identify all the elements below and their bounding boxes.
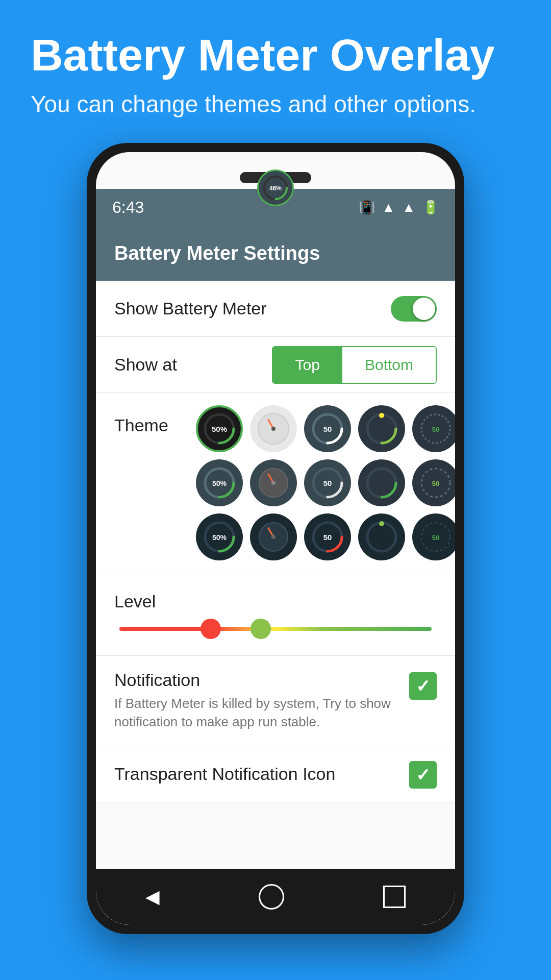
notification-section: Notification If Battery Meter is killed … <box>96 656 455 746</box>
theme-14-svg <box>361 517 402 557</box>
theme-5-svg: 50 <box>415 408 455 449</box>
theme-item-4[interactable] <box>358 405 405 452</box>
home-button[interactable] <box>259 884 284 910</box>
header-subtitle: You can change themes and other options. <box>31 90 520 118</box>
transparent-notification-checkbox[interactable]: ✓ <box>409 761 437 789</box>
notification-title: Notification <box>114 670 399 690</box>
theme-item-14[interactable] <box>358 513 405 560</box>
signal-icon: ▲ <box>402 200 415 215</box>
theme-item-10[interactable]: 50 <box>412 459 455 506</box>
level-slider-track[interactable] <box>119 627 432 631</box>
theme-11-svg: 50% <box>199 517 240 557</box>
wifi-icon: ▲ <box>382 200 395 215</box>
nav-bar: ◀ <box>96 869 455 925</box>
show-battery-meter-toggle[interactable] <box>391 296 437 322</box>
theme-item-2[interactable] <box>250 405 297 452</box>
phone-frame: 6:43 46% 📳 ▲ ▲ 🔋 Batter <box>87 143 464 934</box>
svg-text:50: 50 <box>432 480 439 487</box>
theme-8-svg: 50 <box>307 462 348 503</box>
show-at-top-button[interactable]: Top <box>273 347 342 383</box>
theme-item-15[interactable]: 50 <box>412 513 455 560</box>
svg-point-8 <box>271 427 276 431</box>
svg-point-22 <box>271 481 276 485</box>
settings-content: Show Battery Meter Show at Top Bottom Th… <box>96 281 455 925</box>
phone-inner: 6:43 46% 📳 ▲ ▲ 🔋 Batter <box>96 152 455 925</box>
show-battery-meter-label: Show Battery Meter <box>114 299 267 318</box>
theme-item-9[interactable] <box>358 459 405 506</box>
notification-desc: If Battery Meter is killed by system, Tr… <box>114 694 399 731</box>
svg-text:50%: 50% <box>212 479 227 487</box>
theme-item-3[interactable]: 50 <box>304 405 351 452</box>
theme-label: Theme <box>114 405 181 435</box>
theme-item-12[interactable] <box>250 513 297 560</box>
svg-point-35 <box>271 535 276 539</box>
theme-2-svg <box>253 408 294 449</box>
svg-point-41 <box>379 521 384 526</box>
show-at-row: Show at Top Bottom <box>96 337 455 393</box>
svg-text:50: 50 <box>432 534 439 542</box>
theme-item-8[interactable]: 50 <box>304 459 351 506</box>
header-title: Battery Meter Overlay <box>31 31 520 80</box>
back-button[interactable]: ◀ <box>145 886 160 908</box>
battery-icon: 🔋 <box>422 200 439 215</box>
theme-6-svg: 50% <box>199 462 240 503</box>
status-time: 6:43 <box>112 198 144 217</box>
header-area: Battery Meter Overlay You can change the… <box>0 0 551 138</box>
theme-1-svg: 50% <box>199 408 240 449</box>
theme-item-7[interactable] <box>250 459 297 506</box>
svg-text:50: 50 <box>323 533 332 542</box>
battery-overlay-circle: 46% <box>257 169 294 206</box>
phone-screen: 6:43 46% 📳 ▲ ▲ 🔋 Batter <box>96 152 455 925</box>
level-label: Level <box>114 592 437 611</box>
theme-grid: 50% <box>196 405 455 560</box>
app-bar: Battery Meter Settings <box>96 226 455 281</box>
status-icons: 📳 ▲ ▲ 🔋 <box>359 200 439 215</box>
theme-13-svg: 50 <box>307 517 348 557</box>
level-section: Level <box>96 573 455 656</box>
show-at-buttons: Top Bottom <box>272 346 437 384</box>
svg-point-14 <box>379 413 384 418</box>
theme-item-6[interactable]: 50% <box>196 459 243 506</box>
app-bar-title: Battery Meter Settings <box>114 242 320 264</box>
svg-text:50: 50 <box>323 479 332 487</box>
show-battery-meter-row: Show Battery Meter <box>96 281 455 337</box>
svg-text:50%: 50% <box>212 533 227 542</box>
theme-4-svg <box>361 408 402 449</box>
svg-point-39 <box>367 523 396 551</box>
level-thumb-high[interactable] <box>251 619 271 639</box>
svg-text:50: 50 <box>323 425 332 433</box>
vibrate-icon: 📳 <box>359 200 375 215</box>
theme-3-svg: 50 <box>307 408 348 449</box>
notification-text-group: Notification If Battery Meter is killed … <box>114 670 409 731</box>
notification-checkbox[interactable]: ✓ <box>409 672 437 700</box>
theme-item-13[interactable]: 50 <box>304 513 351 560</box>
theme-9-svg <box>361 462 402 503</box>
notification-checkmark: ✓ <box>416 676 430 696</box>
transparent-notification-row: Transparent Notification Icon ✓ <box>96 746 455 802</box>
transparent-notification-label: Transparent Notification Icon <box>114 764 335 784</box>
show-at-bottom-button[interactable]: Bottom <box>342 347 436 383</box>
svg-text:50: 50 <box>432 426 439 433</box>
theme-item-1[interactable]: 50% <box>196 405 243 452</box>
theme-section: Theme 50% <box>96 393 455 573</box>
svg-text:46%: 46% <box>269 185 282 192</box>
theme-item-11[interactable]: 50% <box>196 513 243 560</box>
battery-arc-svg: 46% <box>260 173 291 203</box>
theme-7-svg <box>253 462 294 503</box>
transparent-notification-checkmark: ✓ <box>416 765 430 785</box>
recents-button[interactable] <box>383 886 406 908</box>
theme-10-svg: 50 <box>415 462 455 503</box>
level-thumb-low[interactable] <box>201 619 221 639</box>
theme-item-5[interactable]: 50 <box>412 405 455 452</box>
theme-12-svg <box>253 517 294 557</box>
toggle-knob <box>413 298 435 320</box>
svg-text:50%: 50% <box>212 425 227 433</box>
theme-15-svg: 50 <box>415 517 455 557</box>
show-at-label: Show at <box>114 355 177 375</box>
